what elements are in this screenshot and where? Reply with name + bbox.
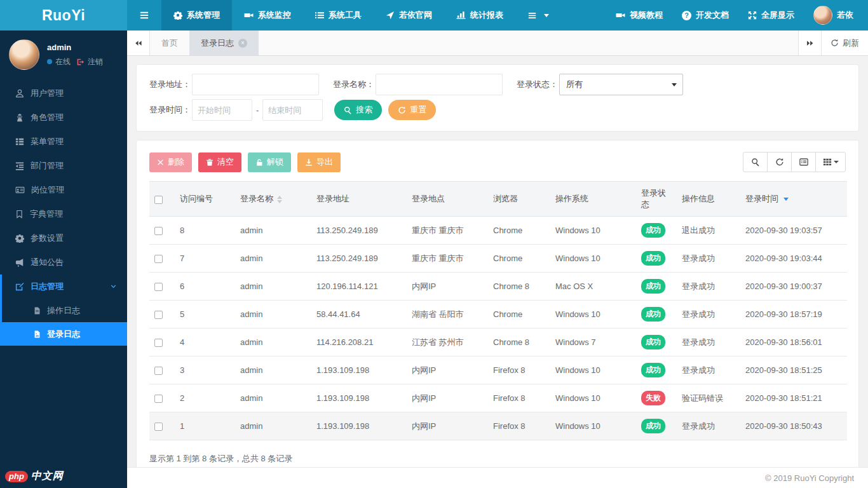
user-icon (15, 89, 24, 98)
username: admin (47, 43, 103, 52)
col-message: 操作信息 (677, 182, 740, 217)
tab-system-monitor[interactable]: 系统监控 (232, 0, 303, 30)
outdent-icon (15, 161, 24, 170)
question-circle-icon: ? (682, 11, 691, 20)
download-icon (305, 158, 313, 166)
tab-system-manage[interactable]: 系统管理 (161, 0, 232, 30)
file-text-icon (33, 306, 41, 315)
remove-icon (157, 159, 164, 166)
table-row[interactable]: 8 admin 113.250.249.189 重庆市 重庆市 Chrome W… (149, 217, 847, 245)
cog-icon (15, 234, 24, 243)
show-search-button[interactable] (743, 152, 768, 172)
sidebar-item-log-manage[interactable]: 日志管理 (2, 274, 127, 299)
reset-button[interactable]: 重置 (388, 100, 436, 120)
row-checkbox[interactable] (154, 227, 163, 235)
tab-login-log[interactable]: 登录日志 × (189, 30, 259, 55)
sidebar-item-departments[interactable]: 部门管理 (0, 154, 127, 178)
search-icon (344, 106, 352, 114)
scroll-tabs-right-button[interactable] (798, 30, 821, 55)
row-checkbox[interactable] (154, 367, 163, 375)
row-checkbox[interactable] (154, 311, 163, 319)
col-login-name[interactable]: 登录名称 (235, 182, 311, 217)
sidebar-toggle-button[interactable] (127, 0, 161, 30)
table-toolbar: 删除 清空 解锁 导出 (149, 152, 846, 172)
sidebar-item-users[interactable]: 用户管理 (0, 81, 127, 105)
video-tutorial-link[interactable]: 视频教程 (606, 0, 672, 30)
sidebar-item-operation-log[interactable]: 操作日志 (2, 299, 127, 322)
status-badge: 成功 (641, 251, 665, 266)
refresh-tab-button[interactable]: 刷新 (821, 30, 868, 55)
tab-home[interactable]: 首页 (150, 30, 189, 55)
start-time-input[interactable] (192, 99, 252, 121)
login-address-input[interactable] (192, 74, 319, 95)
table-row[interactable]: 7 admin 113.250.249.189 重庆市 重庆市 Chrome W… (149, 245, 847, 273)
unlock-button[interactable]: 解锁 (248, 152, 291, 172)
list-icon (315, 11, 324, 20)
sidebar-item-menus[interactable]: 菜单管理 (0, 130, 127, 154)
gear-icon (173, 11, 182, 20)
double-angle-right-icon (806, 39, 814, 47)
tab-official-site[interactable]: 若依官网 (374, 0, 444, 30)
sort-icons (277, 196, 282, 203)
fullscreen-button[interactable]: 全屏显示 (738, 0, 804, 30)
table-row[interactable]: 2 admin 1.193.109.198 内网IP Firefox 8 Win… (149, 384, 847, 412)
user-menu[interactable]: 若依 (804, 0, 863, 30)
row-checkbox[interactable] (154, 395, 163, 403)
tab-statistics[interactable]: 统计报表 (444, 0, 515, 30)
app-logo: RuoYi (0, 0, 127, 30)
toggle-view-button[interactable] (791, 152, 816, 172)
menu-lines-icon (527, 11, 537, 20)
table-row[interactable]: 4 admin 114.216.208.21 江苏省 苏州市 Chrome 8 … (149, 329, 847, 356)
edit-icon (15, 282, 24, 291)
login-address-label: 登录地址： (149, 79, 191, 90)
double-angle-left-icon (134, 39, 142, 47)
login-time-label: 登录时间： (149, 104, 191, 116)
end-time-input[interactable] (262, 99, 323, 121)
avatar (813, 6, 832, 25)
export-button[interactable]: 导出 (297, 152, 341, 172)
select-all-checkbox[interactable] (154, 196, 163, 204)
sidebar-item-posts[interactable]: 岗位管理 (0, 178, 127, 202)
avatar[interactable] (9, 39, 39, 70)
online-status: 在线 (55, 57, 71, 67)
php-logo: php (5, 471, 28, 482)
sidebar-item-notices[interactable]: 通知公告 (0, 250, 127, 274)
sidebar-item-dictionary[interactable]: 字典管理 (0, 202, 127, 226)
table-row[interactable]: 5 admin 58.44.41.64 湖南省 岳阳市 Chrome Windo… (149, 301, 847, 329)
sidebar-item-parameters[interactable]: 参数设置 (0, 226, 127, 250)
delete-button[interactable]: 删除 (149, 152, 192, 172)
copyright-text: © 2019 RuoYi Copyright (765, 473, 854, 483)
login-status-select[interactable]: 所有 (559, 74, 683, 95)
sidebar-item-roles[interactable]: 角色管理 (0, 105, 127, 130)
chevron-down-icon (110, 283, 117, 290)
row-checkbox[interactable] (154, 339, 163, 347)
bullhorn-icon (15, 258, 24, 267)
clear-button[interactable]: 清空 (198, 152, 241, 172)
table-row[interactable]: 1 admin 1.193.109.198 内网IP Firefox 8 Win… (149, 412, 847, 440)
refresh-table-button[interactable] (767, 152, 792, 172)
scroll-tabs-left-button[interactable] (127, 30, 150, 55)
table-row[interactable]: 6 admin 120.196.114.121 内网IP Chrome 8 Ma… (149, 273, 847, 301)
caret-down-icon (834, 161, 839, 163)
login-name-input[interactable] (376, 74, 503, 95)
dev-docs-link[interactable]: ? 开发文档 (672, 0, 738, 30)
more-menu-dropdown[interactable] (515, 0, 561, 30)
refresh-icon (831, 39, 839, 47)
columns-dropdown-button[interactable] (815, 152, 846, 172)
tab-system-tools[interactable]: 系统工具 (303, 0, 374, 30)
sidebar-item-login-log[interactable]: 登录日志 (2, 322, 127, 346)
row-checkbox[interactable] (154, 423, 163, 431)
table-row[interactable]: 3 admin 1.193.109.198 内网IP Firefox 8 Win… (149, 356, 847, 384)
hamburger-icon (139, 11, 149, 20)
col-browser: 浏览器 (488, 182, 550, 217)
status-badge: 成功 (641, 419, 665, 433)
logout-link[interactable]: 注销 (88, 57, 103, 67)
col-login-time[interactable]: 登录时间 (740, 182, 847, 217)
file-image-icon (33, 330, 41, 339)
sidebar-user-panel: admin 在线 注销 (0, 30, 127, 81)
search-button[interactable]: 搜索 (334, 100, 382, 120)
login-name-label: 登录名称： (333, 79, 374, 90)
close-tab-icon[interactable]: × (238, 39, 247, 48)
row-checkbox[interactable] (154, 255, 163, 263)
row-checkbox[interactable] (154, 283, 163, 291)
